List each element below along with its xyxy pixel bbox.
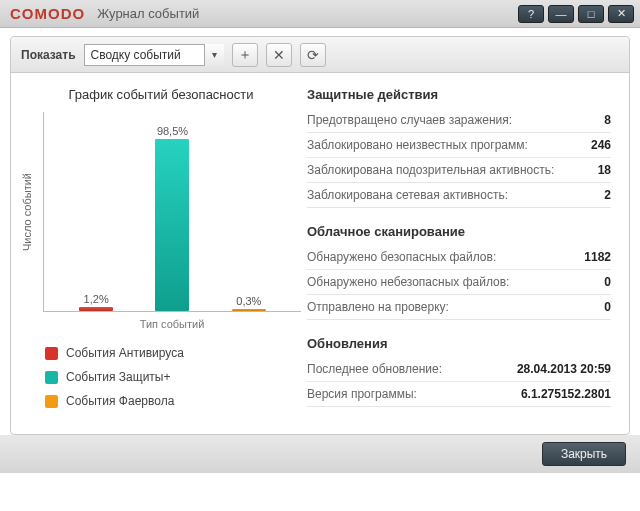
swatch-teal: [45, 371, 58, 384]
close-window-button[interactable]: ✕: [608, 5, 634, 23]
stat-row: Версия программы:6.1.275152.2801: [307, 382, 611, 407]
brand-logo: COMODO: [10, 5, 85, 22]
bar-firewall-rect: [232, 309, 266, 311]
plus-icon: ＋: [238, 46, 252, 64]
minimize-button[interactable]: —: [548, 5, 574, 23]
view-select-value: Сводку событий: [84, 44, 224, 66]
help-button[interactable]: ?: [518, 5, 544, 23]
bar-firewall: 0,3%: [226, 295, 272, 311]
toolbar: Показать Сводку событий ▾ ＋ ✕ ⟳: [11, 37, 629, 73]
stat-row: Обнаружено небезопасных файлов:0: [307, 270, 611, 295]
view-select[interactable]: Сводку событий ▾: [84, 44, 224, 66]
events-bar-chart: 1,2% 98,5% 0,3%: [43, 112, 301, 312]
bar-antivirus-rect: [79, 307, 113, 311]
section-defense-head: Защитные действия: [307, 87, 611, 102]
legend-label-firewall: События Фаервола: [66, 394, 174, 408]
bar-label-defense: 98,5%: [157, 125, 188, 137]
bar-label-firewall: 0,3%: [236, 295, 261, 307]
swatch-orange: [45, 395, 58, 408]
legend-label-defense: События Защиты+: [66, 370, 171, 384]
legend-item-defense: События Защиты+: [45, 370, 301, 384]
bar-antivirus: 1,2%: [73, 293, 119, 311]
x-icon: ✕: [273, 47, 285, 63]
chart-title: График событий безопасности: [21, 87, 301, 102]
stat-row: Заблокирована сетевая активность:2: [307, 183, 611, 208]
refresh-icon: ⟳: [307, 47, 319, 63]
maximize-button[interactable]: □: [578, 5, 604, 23]
stat-row: Заблокирована подозрительная активность:…: [307, 158, 611, 183]
stat-row: Последнее обновление:28.04.2013 20:59: [307, 357, 611, 382]
window-title: Журнал событий: [97, 6, 199, 21]
window-buttons: ? — □ ✕: [518, 5, 634, 23]
bar-defense-rect: [155, 139, 189, 311]
bar-label-antivirus: 1,2%: [84, 293, 109, 305]
chevron-down-icon: ▾: [204, 44, 224, 66]
chart-xlabel: Тип событий: [43, 318, 301, 330]
section-cloud-head: Облачное сканирование: [307, 224, 611, 239]
chart-ylabel: Число событий: [21, 112, 39, 312]
section-updates-head: Обновления: [307, 336, 611, 351]
show-label: Показать: [21, 48, 76, 62]
legend-label-antivirus: События Антивируса: [66, 346, 184, 360]
titlebar: COMODO Журнал событий ? — □ ✕: [0, 0, 640, 28]
stat-row: Заблокировано неизвестных программ:246: [307, 133, 611, 158]
stat-row: Предотвращено случаев заражения:8: [307, 108, 611, 133]
stat-row: Отправлено на проверку:0: [307, 295, 611, 320]
footer-bar: Закрыть: [0, 435, 640, 473]
refresh-button[interactable]: ⟳: [300, 43, 326, 67]
stat-row: Обнаружено безопасных файлов:1182: [307, 245, 611, 270]
bar-defense: 98,5%: [149, 125, 195, 311]
legend-item-antivirus: События Антивируса: [45, 346, 301, 360]
main-panel: Показать Сводку событий ▾ ＋ ✕ ⟳ График с…: [10, 36, 630, 435]
chart-legend: События Антивируса События Защиты+ Событ…: [45, 346, 301, 408]
legend-item-firewall: События Фаервола: [45, 394, 301, 408]
swatch-red: [45, 347, 58, 360]
close-button[interactable]: Закрыть: [542, 442, 626, 466]
add-filter-button[interactable]: ＋: [232, 43, 258, 67]
clear-button[interactable]: ✕: [266, 43, 292, 67]
